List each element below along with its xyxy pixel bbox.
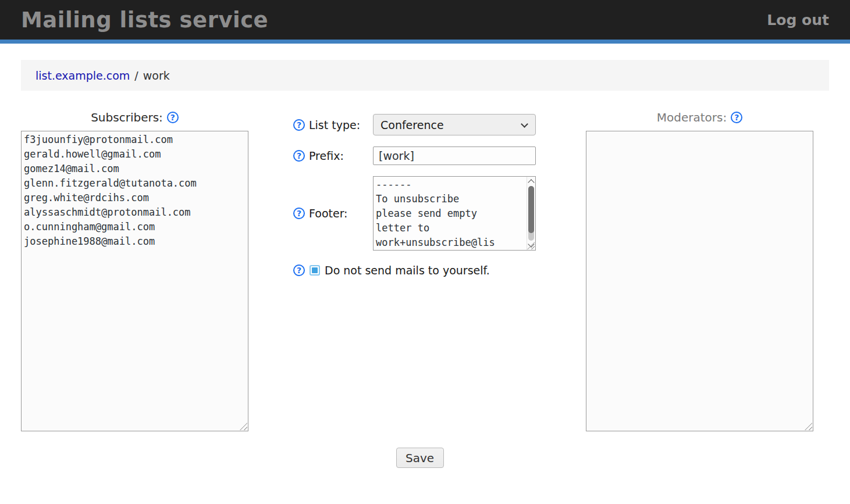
- scrollbar[interactable]: [527, 177, 535, 250]
- footer-textarea[interactable]: ------ To unsubscribe please send empty …: [374, 177, 527, 250]
- breadcrumb: list.example.com / work: [21, 60, 829, 91]
- prefix-row: ? Prefix:: [293, 146, 536, 165]
- footer-row: ? Footer: ------ To unsubscribe please s…: [293, 176, 536, 251]
- subscribers-heading: Subscribers: ?: [21, 110, 248, 124]
- no-self-mail-checkbox[interactable]: [310, 265, 320, 276]
- header-bar: Mailing lists service Log out: [0, 0, 850, 44]
- subscribers-label: Subscribers:: [91, 110, 163, 124]
- breadcrumb-separator: /: [134, 69, 138, 82]
- subscribers-textarea[interactable]: f3juounfiy@protonmail.com gerald.howell@…: [21, 131, 248, 431]
- subscribers-column: Subscribers: ? f3juounfiy@protonmail.com…: [21, 110, 248, 431]
- moderators-textarea[interactable]: [586, 131, 813, 431]
- no-self-mail-label: Do not send mails to yourself.: [325, 264, 490, 277]
- breadcrumb-current: work: [143, 69, 170, 82]
- prefix-input[interactable]: [373, 146, 536, 165]
- prefix-label: Prefix:: [309, 149, 344, 162]
- help-icon[interactable]: ?: [293, 150, 305, 162]
- help-icon[interactable]: ?: [293, 264, 305, 276]
- no-self-mail-row: ? Do not send mails to yourself.: [293, 264, 536, 277]
- page-title: Mailing lists service: [21, 8, 268, 33]
- save-button[interactable]: Save: [396, 448, 444, 468]
- logout-link[interactable]: Log out: [767, 12, 829, 28]
- scrollbar-thumb[interactable]: [528, 186, 534, 233]
- list-type-row: ? List type: Conference: [293, 114, 536, 135]
- help-icon[interactable]: ?: [293, 208, 305, 219]
- breadcrumb-domain-link[interactable]: list.example.com: [35, 69, 130, 82]
- help-icon[interactable]: ?: [167, 112, 179, 123]
- moderators-column: Moderators: ?: [586, 110, 813, 431]
- moderators-heading: Moderators: ?: [586, 110, 813, 124]
- footer-label: Footer:: [309, 207, 348, 220]
- help-icon[interactable]: ?: [293, 119, 305, 131]
- list-type-label: List type:: [309, 119, 360, 131]
- help-icon[interactable]: ?: [731, 112, 742, 123]
- list-type-select[interactable]: Conference: [373, 114, 536, 135]
- save-row: Save: [298, 448, 541, 468]
- list-settings-form: ? List type: Conference ? Prefix: ? Foot…: [293, 110, 536, 277]
- main-content: Subscribers: ? f3juounfiy@protonmail.com…: [0, 110, 850, 431]
- scroll-up-icon[interactable]: [528, 179, 534, 185]
- moderators-label: Moderators:: [657, 110, 727, 124]
